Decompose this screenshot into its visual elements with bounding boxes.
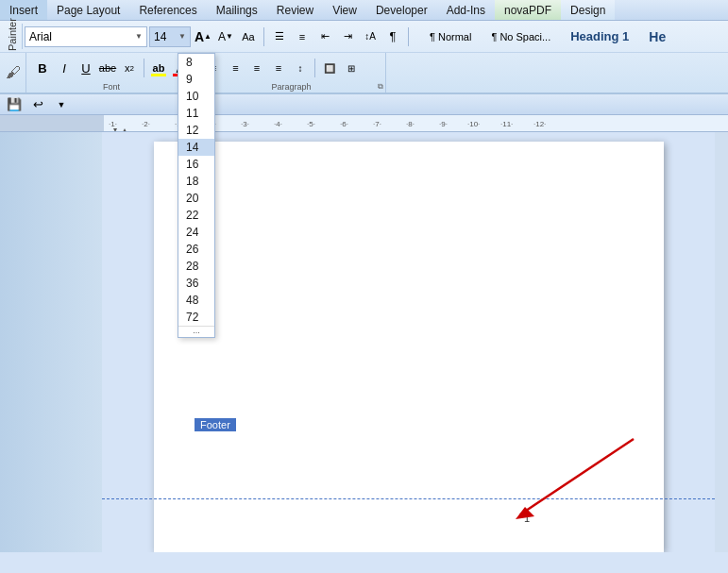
toolbar-row2: 🖌 B I U abe x2 ab A <box>0 53 728 93</box>
italic-button[interactable]: I <box>54 58 75 78</box>
style-no-space[interactable]: ¶ No Spaci... <box>483 25 559 49</box>
font-size-option-72[interactable]: 72 <box>178 309 214 326</box>
font-group-label: Font <box>26 82 196 92</box>
svg-text:·5·: ·5· <box>307 120 315 128</box>
font-size-option-18[interactable]: 18 <box>178 173 214 190</box>
toolbar-row1: Painter Arial ▼ 14 ▼ A▲ A▼ Aa ☰ <box>0 21 728 53</box>
show-hide-button[interactable]: ¶ <box>382 26 403 47</box>
strikethrough-button[interactable]: abe <box>97 58 118 78</box>
separator2 <box>408 27 409 46</box>
font-size-scroll-more[interactable]: ··· <box>178 326 214 337</box>
grow-font-button[interactable]: A▲ <box>193 26 213 47</box>
underline-button[interactable]: U <box>76 58 96 78</box>
clear-format-button[interactable]: Aa <box>238 26 259 47</box>
separator1 <box>263 27 264 46</box>
svg-text:·4·: ·4· <box>274 120 282 128</box>
borders-button[interactable]: ⊞ <box>341 58 362 78</box>
font-size-option-11[interactable]: 11 <box>178 105 214 122</box>
menu-references[interactable]: References <box>129 0 206 20</box>
font-size-option-26[interactable]: 26 <box>178 241 214 258</box>
svg-text:·10·: ·10· <box>467 120 480 128</box>
numbered-list-button[interactable]: ≡ <box>292 26 313 47</box>
font-name-dropdown[interactable]: Arial ▼ <box>25 26 147 47</box>
menu-bar: Insert Page Layout References Mailings R… <box>0 0 728 21</box>
menu-design[interactable]: Design <box>561 0 615 20</box>
font-size-option-24[interactable]: 24 <box>178 224 214 241</box>
font-size-option-16[interactable]: 16 <box>178 156 214 173</box>
font-size-dropdown-menu: 8 9 10 11 12 14 16 18 20 22 24 26 28 36 … <box>178 53 215 338</box>
painter-brush-icon: 🖌 <box>6 64 21 81</box>
quick-access-bar: 💾 ↩ ▼ <box>0 94 728 115</box>
arrow-indicator <box>464 430 652 543</box>
svg-text:·11·: ·11· <box>500 120 513 128</box>
font-size-arrow-icon: ▼ <box>178 32 186 41</box>
superscript-button[interactable]: x2 <box>119 58 140 78</box>
svg-text:·9·: ·9· <box>439 120 448 128</box>
text-highlight-button[interactable]: ab <box>148 58 169 78</box>
indent-increase-button[interactable]: ⇥ <box>337 26 358 47</box>
bold-button[interactable]: B <box>32 58 53 78</box>
font-size-dropdown-trigger[interactable]: 14 ▼ <box>149 26 191 47</box>
bullet-list-button[interactable]: ☰ <box>269 26 290 47</box>
ruler-left-margin <box>0 115 104 131</box>
vertical-scrollbar[interactable] <box>715 132 728 552</box>
font-size-option-12[interactable]: 12 <box>178 122 214 139</box>
justify-button[interactable]: ≡ <box>268 58 289 78</box>
style-normal[interactable]: ¶ Normal <box>421 25 480 49</box>
painter-tool: Painter <box>4 24 23 49</box>
painter-label: Painter <box>8 23 18 51</box>
svg-text:·2·: ·2· <box>142 120 150 128</box>
font-size-option-9[interactable]: 9 <box>178 71 214 88</box>
sort-button[interactable]: ↕A <box>360 26 381 47</box>
save-button[interactable]: 💾 <box>4 94 25 115</box>
paragraph-group-label: Paragraph <box>197 82 385 92</box>
font-size-option-20[interactable]: 20 <box>178 190 214 207</box>
menu-add-ins[interactable]: Add-Ins <box>437 0 495 20</box>
svg-text:·6·: ·6· <box>340 120 348 128</box>
separator4 <box>314 59 315 77</box>
footer-label: Footer <box>195 418 236 431</box>
indent-decrease-button[interactable]: ⇤ <box>314 26 335 47</box>
shading-button[interactable]: 🔲 <box>319 58 340 78</box>
svg-line-17 <box>520 439 634 514</box>
font-group: B I U abe x2 ab A Font ⧉ <box>26 53 197 93</box>
font-size-option-10[interactable]: 10 <box>178 88 214 105</box>
svg-text:·7·: ·7· <box>373 120 381 128</box>
svg-text:·1·: ·1· <box>109 120 117 128</box>
paragraph-group-expand-icon[interactable]: ⧉ <box>378 82 383 92</box>
svg-text:·8·: ·8· <box>406 120 415 128</box>
style-heading2[interactable]: He <box>640 25 674 49</box>
menu-mailings[interactable]: Mailings <box>207 0 267 20</box>
font-name-value: Arial <box>29 30 52 43</box>
undo-button[interactable]: ↩ <box>27 94 48 115</box>
font-name-arrow-icon: ▼ <box>135 32 143 41</box>
document-area: Footer 1 <box>0 132 728 552</box>
menu-developer[interactable]: Developer <box>366 0 437 20</box>
font-size-option-48[interactable]: 48 <box>178 292 214 309</box>
align-right-button[interactable]: ≡ <box>246 58 267 78</box>
font-size-option-28[interactable]: 28 <box>178 258 214 275</box>
font-size-option-8[interactable]: 8 <box>178 54 214 71</box>
separator3 <box>144 59 144 77</box>
menu-review[interactable]: Review <box>267 0 323 20</box>
shrink-font-button[interactable]: A▼ <box>215 26 236 47</box>
ruler: ·1· ·2· ·1· ·2· ·3· ·4· ·5· ·6· ·7· ·8· … <box>0 115 728 132</box>
menu-page-layout[interactable]: Page Layout <box>47 0 129 20</box>
quick-access-dropdown-button[interactable]: ▼ <box>51 94 72 115</box>
ribbon: Painter Arial ▼ 14 ▼ A▲ A▼ Aa ☰ <box>0 21 728 94</box>
style-heading1[interactable]: Heading 1 <box>562 25 637 49</box>
menu-insert[interactable]: Insert <box>0 0 47 20</box>
paragraph-group: ≡ ≡ ≡ ≡ ↕ 🔲 ⊞ Paragraph ⧉ <box>197 53 386 93</box>
font-size-value: 14 <box>154 30 166 43</box>
painter-icon-area: 🖌 <box>0 53 26 93</box>
menu-novapdf[interactable]: novaPDF <box>495 0 561 20</box>
align-center-button[interactable]: ≡ <box>225 58 245 78</box>
font-size-option-22[interactable]: 22 <box>178 207 214 224</box>
menu-view[interactable]: View <box>323 0 366 20</box>
font-size-option-14[interactable]: 14 <box>178 139 214 156</box>
ab-highlight-icon: ab <box>153 62 165 74</box>
font-size-option-36[interactable]: 36 <box>178 275 214 292</box>
left-panel <box>0 132 102 552</box>
styles-gallery: ¶ Normal ¶ No Spaci... Heading 1 He <box>421 25 674 49</box>
line-spacing-button[interactable]: ↕ <box>290 58 311 78</box>
